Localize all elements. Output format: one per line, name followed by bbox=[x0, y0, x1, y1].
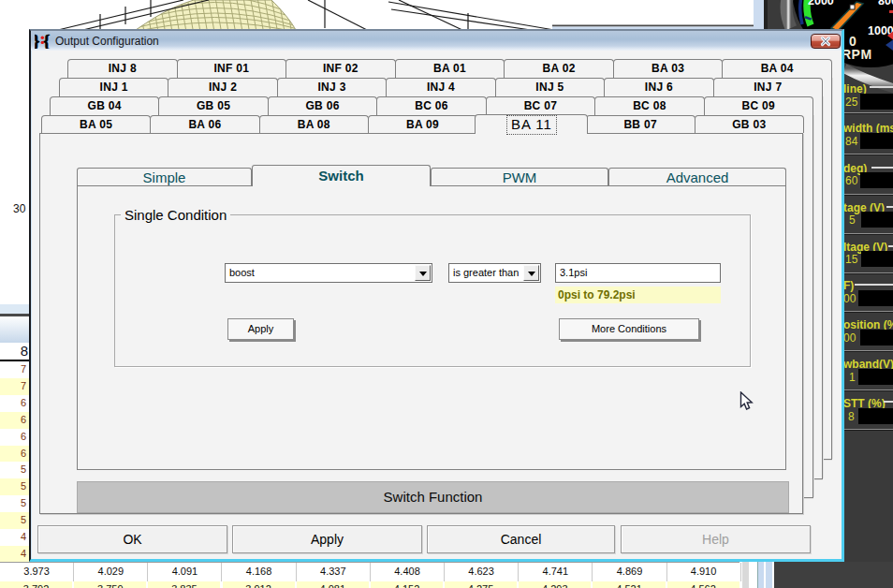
svg-text:}: } bbox=[35, 33, 40, 49]
svg-text:2000: 2000 bbox=[808, 0, 834, 7]
svg-text:RPM: RPM bbox=[842, 47, 872, 62]
svg-text:{: { bbox=[43, 33, 51, 49]
svg-text:800: 800 bbox=[878, 0, 893, 7]
